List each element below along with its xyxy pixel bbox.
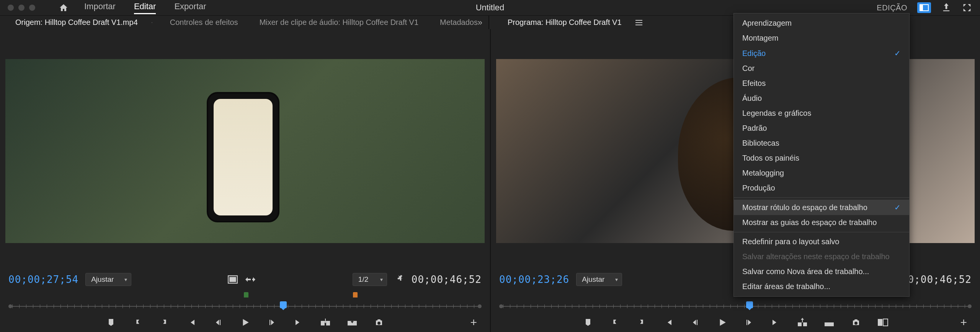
mark-out-button[interactable] bbox=[636, 317, 647, 328]
menu-item-editing[interactable]: Edição✓ bbox=[734, 46, 909, 61]
step-back-button[interactable] bbox=[212, 317, 224, 328]
out-point-marker[interactable] bbox=[353, 292, 358, 297]
workspace-menu: Aprendizagem Montagem Edição✓ Cor Efeito… bbox=[733, 13, 910, 297]
source-scrubber[interactable] bbox=[7, 300, 483, 313]
svg-rect-7 bbox=[798, 322, 802, 326]
overwrite-button[interactable] bbox=[346, 317, 358, 328]
menu-item-learning[interactable]: Aprendizagem bbox=[734, 16, 909, 31]
home-icon[interactable] bbox=[58, 3, 69, 12]
svg-rect-11 bbox=[883, 319, 888, 326]
export-frame-button[interactable] bbox=[373, 317, 385, 328]
source-playhead[interactable] bbox=[280, 301, 287, 308]
mark-out-button[interactable] bbox=[159, 317, 170, 328]
window-controls[interactable] bbox=[8, 5, 35, 11]
source-panel-tabs: Origem: Hilltop Coffee Draft V1.mp4 Cont… bbox=[0, 16, 488, 29]
tab-audio-mixer[interactable]: Mixer de clipe de áudio: Hilltop Coffee … bbox=[249, 18, 429, 27]
add-marker-button[interactable] bbox=[105, 317, 117, 328]
source-transport-bar: + bbox=[5, 313, 485, 332]
source-preview-area[interactable] bbox=[5, 32, 485, 270]
play-button[interactable] bbox=[716, 317, 728, 328]
menu-item-effects[interactable]: Efeitos bbox=[734, 76, 909, 91]
insert-overwrite-toggle-icon[interactable] bbox=[245, 275, 256, 284]
tab-effect-controls[interactable]: Controles de efeitos bbox=[159, 18, 249, 27]
select-playback-resolution-icon[interactable] bbox=[228, 275, 238, 284]
mark-in-button[interactable] bbox=[609, 317, 621, 328]
nav-import[interactable]: Importar bbox=[84, 2, 116, 14]
menu-item-edit-workspaces[interactable]: Editar áreas de trabalho... bbox=[734, 279, 909, 294]
menu-item-assembly[interactable]: Montagem bbox=[734, 31, 909, 46]
extract-button[interactable] bbox=[823, 317, 835, 328]
workspace-menu-button[interactable] bbox=[917, 2, 931, 13]
nav-edit[interactable]: Editar bbox=[134, 2, 156, 14]
insert-button[interactable] bbox=[320, 317, 331, 328]
menu-item-audio[interactable]: Áudio bbox=[734, 91, 909, 106]
settings-icon[interactable] bbox=[394, 274, 405, 285]
menu-item-all-panels[interactable]: Todos os painéis bbox=[734, 151, 909, 166]
source-resolution-dropdown[interactable]: 1/2 bbox=[353, 273, 387, 286]
program-current-timecode[interactable]: 00;00;23;26 bbox=[499, 274, 569, 285]
menu-item-show-label[interactable]: Mostrar rótulo do espaço de trabalho✓ bbox=[734, 200, 909, 215]
in-point-marker[interactable] bbox=[244, 292, 248, 297]
svg-rect-9 bbox=[825, 322, 834, 326]
source-preview-image bbox=[5, 59, 485, 243]
svg-rect-1 bbox=[920, 5, 923, 11]
source-current-timecode[interactable]: 00;00;27;54 bbox=[8, 274, 78, 285]
menu-item-reset[interactable]: Redefinir para o layout salvo bbox=[734, 234, 909, 249]
export-frame-button[interactable] bbox=[850, 317, 862, 328]
lift-button[interactable] bbox=[797, 317, 808, 328]
menu-item-color[interactable]: Cor bbox=[734, 61, 909, 76]
menu-separator bbox=[734, 197, 909, 198]
source-controls-row: 00;00;27;54 Ajustar 1/2 00;00;46;52 bbox=[5, 270, 485, 289]
source-marker-bar[interactable] bbox=[5, 292, 485, 298]
play-button[interactable] bbox=[239, 317, 251, 328]
fullscreen-icon[interactable] bbox=[962, 2, 972, 13]
source-fit-dropdown[interactable]: Ajustar bbox=[85, 273, 131, 286]
menu-item-production[interactable]: Produção bbox=[734, 181, 909, 196]
menu-item-libraries[interactable]: Bibliotecas bbox=[734, 136, 909, 151]
program-duration-timecode: 00;00;46;52 bbox=[902, 274, 972, 285]
workspace-label[interactable]: EDIÇÃO bbox=[877, 3, 907, 12]
tabs-overflow-icon[interactable]: » bbox=[478, 18, 482, 28]
source-panel: 00;00;27;54 Ajustar 1/2 00;00;46;52 bbox=[0, 29, 490, 332]
tab-program[interactable]: Programa: Hilltop Coffee Draft V1 bbox=[497, 18, 632, 27]
button-editor-icon[interactable]: + bbox=[470, 316, 477, 329]
close-dot[interactable] bbox=[8, 5, 14, 11]
zoom-dot[interactable] bbox=[29, 5, 35, 11]
menu-item-show-tabs[interactable]: Mostrar as guias do espaço de trabalho bbox=[734, 215, 909, 230]
menu-item-default[interactable]: Padrão bbox=[734, 121, 909, 136]
step-forward-button[interactable] bbox=[266, 317, 278, 328]
minimize-dot[interactable] bbox=[18, 5, 24, 11]
menu-item-captions[interactable]: Legendas e gráficos bbox=[734, 106, 909, 121]
program-fit-dropdown[interactable]: Ajustar bbox=[576, 273, 622, 286]
menu-separator bbox=[734, 232, 909, 232]
program-transport-bar: + bbox=[496, 313, 975, 332]
check-icon: ✓ bbox=[894, 49, 901, 58]
svg-rect-3 bbox=[229, 277, 236, 282]
panel-menu-icon[interactable] bbox=[152, 20, 152, 25]
nav-export[interactable]: Exportar bbox=[174, 2, 206, 14]
quick-export-icon[interactable] bbox=[941, 2, 952, 13]
menu-item-metalogging[interactable]: Metalogging bbox=[734, 166, 909, 181]
check-icon: ✓ bbox=[894, 203, 901, 212]
program-playhead[interactable] bbox=[746, 301, 753, 308]
mark-in-button[interactable] bbox=[132, 317, 144, 328]
source-duration-timecode: 00;00;46;52 bbox=[412, 274, 482, 285]
main-nav: Importar Editar Exportar bbox=[84, 2, 206, 14]
goto-out-button[interactable] bbox=[770, 317, 781, 328]
panel-menu-icon[interactable] bbox=[635, 20, 642, 25]
menu-item-save-changes: Salvar alterações neste espaço de trabal… bbox=[734, 249, 909, 264]
goto-in-button[interactable] bbox=[186, 317, 197, 328]
tab-source[interactable]: Origem: Hilltop Coffee Draft V1.mp4 bbox=[5, 18, 149, 27]
goto-out-button[interactable] bbox=[293, 317, 304, 328]
step-forward-button[interactable] bbox=[743, 317, 755, 328]
goto-in-button[interactable] bbox=[663, 317, 674, 328]
step-back-button[interactable] bbox=[689, 317, 701, 328]
button-editor-icon[interactable]: + bbox=[960, 316, 967, 329]
svg-rect-8 bbox=[803, 322, 807, 326]
svg-rect-10 bbox=[878, 319, 882, 326]
program-scrubber[interactable] bbox=[498, 300, 973, 313]
add-marker-button[interactable] bbox=[582, 317, 594, 328]
comparison-view-button[interactable] bbox=[877, 317, 889, 328]
document-title: Untitled bbox=[476, 3, 505, 13]
menu-item-save-as[interactable]: Salvar como Nova área de trabalho... bbox=[734, 264, 909, 279]
